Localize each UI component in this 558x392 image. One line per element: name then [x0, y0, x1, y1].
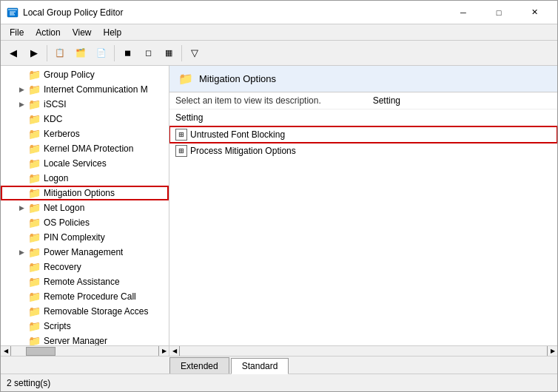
scroll-thumb[interactable] — [26, 347, 56, 356]
forward-button[interactable]: ▶ — [24, 44, 44, 63]
folder-icon: 📁 — [27, 84, 41, 95]
toggle-placeholder — [16, 305, 27, 317]
bottom-tabs: Extended Standard — [1, 356, 557, 374]
toolbar-btn-1[interactable]: 📋 — [50, 44, 70, 63]
folder-icon: 📁 — [27, 98, 41, 110]
setting-cell: ⊞ Process Mitigation Options — [169, 143, 557, 159]
folder-icon: 📁 — [27, 335, 41, 345]
folder-icon: 📁 — [27, 128, 41, 140]
scroll-track — [11, 346, 158, 356]
tab-standard[interactable]: Standard — [231, 358, 289, 374]
tree-label: Power Management — [44, 247, 123, 257]
menu-item-action[interactable]: Action — [30, 26, 66, 39]
toggle-placeholder — [16, 232, 27, 243]
tree-item-remote-procedure[interactable]: 📁 Remote Procedure Call — [1, 289, 169, 304]
menu-item-help[interactable]: Help — [98, 26, 128, 39]
tree-item-net-logon[interactable]: ▶ 📁 Net Logon — [1, 200, 169, 215]
right-panel: 📁 Mitigation Options Select an item to v… — [169, 66, 557, 356]
right-scroll-right[interactable]: ▶ — [547, 346, 557, 356]
folder-icon: 📁 — [27, 261, 41, 273]
policy-row-icon: ⊞ — [175, 145, 187, 157]
tree-item-internet-comm[interactable]: ▶ 📁 Internet Communication M — [1, 82, 169, 97]
menu-item-file[interactable]: File — [4, 26, 30, 39]
table-row-process-mitigation[interactable]: ⊞ Process Mitigation Options — [169, 143, 557, 159]
tree-label: Logon — [44, 173, 68, 183]
tree-item-scripts[interactable]: 📁 Scripts — [1, 319, 169, 334]
folder-icon: 📁 — [27, 246, 41, 258]
folder-icon: 📁 — [27, 143, 41, 155]
toolbar-separator-1 — [47, 45, 47, 61]
folder-icon: 📁 — [27, 291, 41, 303]
tree-label: Kernel DMA Protection — [44, 143, 133, 154]
tree-item-group-policy[interactable]: 📁 Group Policy — [1, 67, 169, 82]
main-content: 📁 Group Policy ▶ 📁 Internet Communicatio… — [1, 66, 557, 356]
right-panel-body: Select an item to view its description. … — [169, 92, 557, 356]
tree-label: KDC — [44, 114, 62, 124]
tree-item-power-mgmt[interactable]: ▶ 📁 Power Management — [1, 245, 169, 260]
folder-icon: 📁 — [27, 305, 41, 317]
folder-icon: 📁 — [27, 202, 41, 214]
toolbar-btn-4[interactable]: ◼ — [118, 44, 137, 63]
tree-item-kerberos[interactable]: 📁 Kerberos — [1, 126, 169, 141]
toolbar-separator-3 — [181, 45, 182, 61]
toggle-placeholder — [16, 143, 27, 155]
filter-button[interactable]: ▽ — [185, 44, 204, 63]
table-row-untrusted-font[interactable]: ⊞ Untrusted Font Blocking — [169, 126, 557, 143]
tab-extended[interactable]: Extended — [169, 357, 229, 374]
tree-item-remote-assistance[interactable]: 📁 Remote Assistance — [1, 274, 169, 289]
right-scroll-left[interactable]: ◀ — [169, 346, 180, 356]
left-panel: 📁 Group Policy ▶ 📁 Internet Communicatio… — [1, 66, 169, 356]
folder-icon: 📁 — [27, 172, 41, 184]
policy-tree[interactable]: 📁 Group Policy ▶ 📁 Internet Communicatio… — [1, 66, 169, 345]
tree-item-mitigation-options[interactable]: 📁 Mitigation Options — [1, 186, 169, 200]
back-button[interactable]: ◀ — [4, 44, 23, 63]
setting-column-header: Setting — [373, 95, 403, 106]
expand-toggle[interactable]: ▶ — [16, 246, 27, 258]
tree-item-logon[interactable]: 📁 Logon — [1, 171, 169, 186]
folder-icon: 📁 — [27, 69, 41, 81]
toolbar-separator-2 — [114, 45, 115, 61]
header-folder-icon: 📁 — [178, 72, 193, 86]
toolbar-btn-2[interactable]: 🗂️ — [71, 44, 90, 63]
tree-label: PIN Complexity — [44, 232, 105, 243]
minimize-button[interactable]: ─ — [446, 1, 480, 24]
toolbar-btn-5[interactable]: ◻ — [138, 44, 158, 63]
menu-bar: FileActionViewHelp — [1, 24, 557, 41]
toolbar-btn-3[interactable]: 📄 — [92, 44, 111, 63]
right-panel-header: 📁 Mitigation Options — [169, 66, 557, 92]
toggle-placeholder — [16, 276, 27, 288]
expand-toggle[interactable]: ▶ — [16, 84, 27, 95]
policy-row-label: Process Mitigation Options — [190, 146, 296, 156]
tree-item-recovery[interactable]: 📁 Recovery — [1, 260, 169, 274]
toggle-placeholder — [16, 320, 27, 332]
toggle-placeholder — [16, 128, 27, 140]
scroll-right-btn[interactable]: ▶ — [158, 346, 169, 356]
title-bar: Local Group Policy Editor ─ □ ✕ — [1, 1, 557, 24]
tree-item-kernel-dma[interactable]: 📁 Kernel DMA Protection — [1, 141, 169, 156]
tree-label: Removable Storage Acces — [44, 306, 148, 317]
toolbar: ◀ ▶ 📋 🗂️ 📄 ◼ ◻ ▦ ▽ — [1, 41, 557, 66]
toolbar-btn-6[interactable]: ▦ — [159, 44, 178, 63]
status-text: 2 setting(s) — [7, 378, 50, 388]
tree-item-removable-storage[interactable]: 📁 Removable Storage Acces — [1, 304, 169, 319]
folder-icon: 📁 — [27, 232, 41, 243]
expand-toggle[interactable]: ▶ — [16, 98, 27, 110]
settings-table: Setting ⊞ Untrusted Font Blocking — [169, 109, 557, 159]
tree-item-locale-services[interactable]: 📁 Locale Services — [1, 156, 169, 171]
left-scrollbar-h[interactable]: ◀ ▶ — [1, 345, 169, 356]
menu-item-view[interactable]: View — [67, 26, 98, 39]
tree-item-iscsi[interactable]: ▶ 📁 iSCSI — [1, 97, 169, 112]
tree-item-pin-complexity[interactable]: 📁 PIN Complexity — [1, 230, 169, 245]
right-panel-title: Mitigation Options — [199, 73, 276, 84]
scroll-left-btn[interactable]: ◀ — [1, 346, 11, 356]
tree-item-os-policies[interactable]: 📁 OS Policies — [1, 215, 169, 230]
close-button[interactable]: ✕ — [517, 1, 551, 24]
maximize-button[interactable]: □ — [482, 1, 516, 24]
expand-toggle[interactable]: ▶ — [16, 202, 27, 214]
settings-table-container[interactable]: Setting ⊞ Untrusted Font Blocking — [169, 109, 557, 345]
policy-row-icon: ⊞ — [175, 129, 187, 141]
tree-item-server-manager[interactable]: 📁 Server Manager — [1, 334, 169, 345]
right-scrollbar-h[interactable]: ◀ ▶ — [169, 345, 557, 356]
tree-item-kdc[interactable]: 📁 KDC — [1, 112, 169, 126]
tree-label: Server Manager — [44, 336, 107, 345]
